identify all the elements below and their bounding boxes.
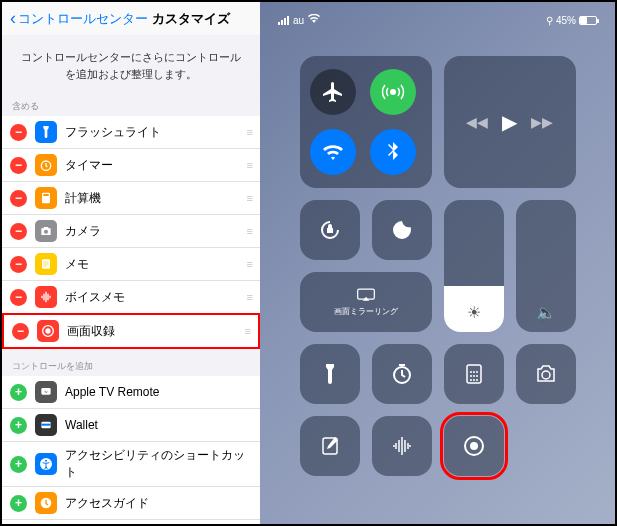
svg-point-15 bbox=[390, 89, 396, 95]
svg-point-28 bbox=[542, 371, 550, 379]
add-button[interactable]: + bbox=[10, 384, 27, 401]
remove-button[interactable]: − bbox=[10, 190, 27, 207]
remove-button[interactable]: − bbox=[10, 157, 27, 174]
calculator-icon bbox=[35, 187, 57, 209]
remove-button[interactable]: − bbox=[10, 256, 27, 273]
list-item: −計算機≡ bbox=[2, 182, 260, 215]
note-icon bbox=[35, 253, 57, 275]
row-label: Wallet bbox=[65, 418, 252, 432]
screen-record-tile[interactable] bbox=[444, 416, 504, 476]
list-item: −タイマー≡ bbox=[2, 149, 260, 182]
guide-icon bbox=[35, 492, 57, 514]
camera-tile[interactable] bbox=[516, 344, 576, 404]
svg-point-6 bbox=[45, 328, 50, 333]
reorder-grip-icon[interactable]: ≡ bbox=[247, 126, 252, 138]
voice-memo-tile[interactable] bbox=[372, 416, 432, 476]
row-label: メモ bbox=[65, 256, 247, 273]
status-bar: au ⚲ 45% bbox=[278, 14, 597, 26]
wifi-icon bbox=[308, 14, 320, 26]
signal-icon bbox=[278, 16, 289, 25]
list-item: +アラーム bbox=[2, 520, 260, 524]
row-label: 画面収録 bbox=[67, 323, 245, 340]
list-item: −画面収録≡ bbox=[2, 313, 260, 349]
brightness-slider[interactable]: ☀ bbox=[444, 200, 504, 332]
bluetooth-toggle-icon[interactable] bbox=[370, 129, 416, 175]
wallet-icon bbox=[35, 414, 57, 436]
wifi-toggle-icon[interactable] bbox=[310, 129, 356, 175]
timer-icon bbox=[35, 154, 57, 176]
nav-bar: ‹ コントロールセンター カスタマイズ bbox=[2, 2, 260, 35]
svg-point-12 bbox=[45, 460, 47, 462]
mirror-icon bbox=[356, 288, 376, 302]
list-item: −カメラ≡ bbox=[2, 215, 260, 248]
row-label: ボイスメモ bbox=[65, 289, 247, 306]
svg-point-23 bbox=[473, 375, 475, 377]
sun-icon: ☀ bbox=[467, 303, 481, 322]
list-item: −ボイスメモ≡ bbox=[2, 281, 260, 314]
add-button[interactable]: + bbox=[10, 417, 27, 434]
record-icon bbox=[37, 320, 59, 342]
row-label: タイマー bbox=[65, 157, 247, 174]
remove-button[interactable]: − bbox=[12, 323, 29, 340]
svg-point-3 bbox=[44, 230, 48, 234]
svg-point-26 bbox=[473, 379, 475, 381]
reorder-grip-icon[interactable]: ≡ bbox=[247, 291, 252, 303]
camera-icon bbox=[35, 220, 57, 242]
add-button[interactable]: + bbox=[10, 456, 27, 473]
svg-rect-10 bbox=[41, 424, 50, 426]
flashlight-tile[interactable] bbox=[300, 344, 360, 404]
row-label: カメラ bbox=[65, 223, 247, 240]
svg-point-21 bbox=[476, 371, 478, 373]
accessibility-icon bbox=[35, 453, 57, 475]
note-tile[interactable] bbox=[300, 416, 360, 476]
flashlight-icon bbox=[35, 121, 57, 143]
cc-grid: ◀◀ ▶ ▶▶ ☀ 🔈 画面ミラーリング bbox=[278, 56, 597, 476]
remove-button[interactable]: − bbox=[10, 223, 27, 240]
orientation-lock-tile[interactable] bbox=[300, 200, 360, 260]
list-item: −メモ≡ bbox=[2, 248, 260, 281]
row-label: フラッシュライト bbox=[65, 124, 247, 141]
list-item: +アクセスガイド bbox=[2, 487, 260, 520]
remove-button[interactable]: − bbox=[10, 289, 27, 306]
back-chevron-icon[interactable]: ‹ bbox=[10, 8, 16, 29]
reorder-grip-icon[interactable]: ≡ bbox=[247, 258, 252, 270]
svg-point-24 bbox=[476, 375, 478, 377]
more-list: +tvApple TV Remote+Wallet+アクセシビリティのショートカ… bbox=[2, 376, 260, 524]
media-tile[interactable]: ◀◀ ▶ ▶▶ bbox=[444, 56, 576, 188]
reorder-grip-icon[interactable]: ≡ bbox=[247, 192, 252, 204]
battery-pct: 45% bbox=[556, 15, 576, 26]
reorder-grip-icon[interactable]: ≡ bbox=[247, 225, 252, 237]
svg-point-27 bbox=[476, 379, 478, 381]
add-button[interactable]: + bbox=[10, 495, 27, 512]
voice-icon bbox=[35, 286, 57, 308]
dnd-tile[interactable] bbox=[372, 200, 432, 260]
svg-rect-2 bbox=[43, 194, 48, 196]
airplane-icon[interactable] bbox=[310, 69, 356, 115]
description-text: コントロールセンターにさらにコントロールを追加および整理します。 bbox=[2, 35, 260, 96]
battery-icon bbox=[579, 16, 597, 25]
list-item: +tvApple TV Remote bbox=[2, 376, 260, 409]
reorder-grip-icon[interactable]: ≡ bbox=[245, 325, 250, 337]
connectivity-tile[interactable] bbox=[300, 56, 432, 188]
screen-mirror-tile[interactable]: 画面ミラーリング bbox=[300, 272, 432, 332]
control-center: au ⚲ 45% ◀◀ ▶ ▶▶ ☀ 🔈 bbox=[260, 2, 615, 524]
svg-point-20 bbox=[473, 371, 475, 373]
play-icon[interactable]: ▶ bbox=[502, 110, 517, 134]
list-item: +Wallet bbox=[2, 409, 260, 442]
timer-tile[interactable] bbox=[372, 344, 432, 404]
appletv-icon: tv bbox=[35, 381, 57, 403]
svg-point-31 bbox=[470, 442, 478, 450]
include-header: 含める bbox=[2, 96, 260, 116]
calculator-tile[interactable] bbox=[444, 344, 504, 404]
list-item: +アクセシビリティのショートカット bbox=[2, 442, 260, 487]
svg-point-19 bbox=[470, 371, 472, 373]
remove-button[interactable]: − bbox=[10, 124, 27, 141]
back-label[interactable]: コントロールセンター bbox=[18, 10, 148, 28]
cellular-icon[interactable] bbox=[370, 69, 416, 115]
next-track-icon[interactable]: ▶▶ bbox=[531, 114, 553, 130]
volume-slider[interactable]: 🔈 bbox=[516, 200, 576, 332]
more-header: コントロールを追加 bbox=[2, 356, 260, 376]
prev-track-icon[interactable]: ◀◀ bbox=[466, 114, 488, 130]
row-label: アクセスガイド bbox=[65, 495, 252, 512]
reorder-grip-icon[interactable]: ≡ bbox=[247, 159, 252, 171]
